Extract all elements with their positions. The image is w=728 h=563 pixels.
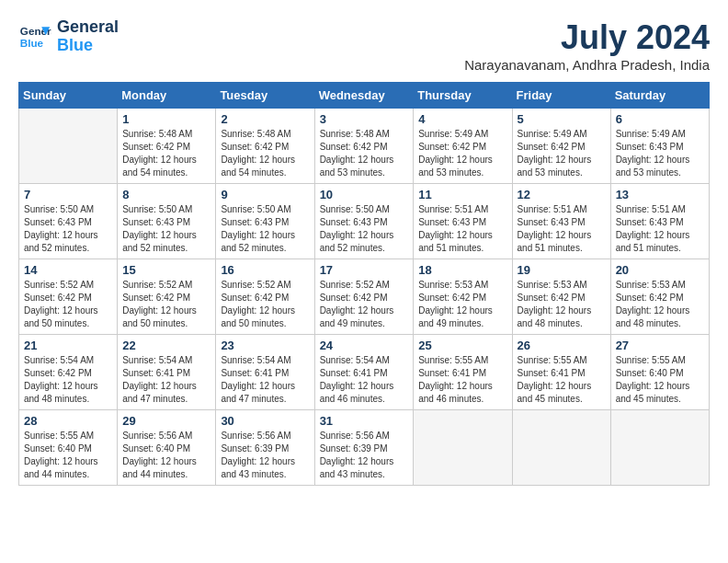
calendar-week-row: 7Sunrise: 5:50 AMSunset: 6:43 PMDaylight… xyxy=(19,184,710,259)
calendar-cell: 20Sunrise: 5:53 AMSunset: 6:42 PMDayligh… xyxy=(610,259,709,335)
day-number: 11 xyxy=(418,188,506,201)
day-info: Sunrise: 5:50 AMSunset: 6:43 PMDaylight:… xyxy=(24,203,112,255)
calendar-cell: 30Sunrise: 5:56 AMSunset: 6:39 PMDayligh… xyxy=(216,410,314,486)
day-info: Sunrise: 5:51 AMSunset: 6:43 PMDaylight:… xyxy=(518,203,606,255)
day-number: 4 xyxy=(418,112,506,126)
day-info: Sunrise: 5:54 AMSunset: 6:41 PMDaylight:… xyxy=(221,354,309,406)
day-number: 17 xyxy=(320,263,409,277)
location: Narayanavanam, Andhra Pradesh, India xyxy=(464,57,710,73)
weekday-header-tuesday: Tuesday xyxy=(216,83,314,109)
day-number: 30 xyxy=(221,414,309,428)
day-info: Sunrise: 5:52 AMSunset: 6:42 PMDaylight:… xyxy=(24,279,112,330)
day-info: Sunrise: 5:55 AMSunset: 6:40 PMDaylight:… xyxy=(24,430,112,481)
calendar-cell: 18Sunrise: 5:53 AMSunset: 6:42 PMDayligh… xyxy=(414,259,512,335)
day-info: Sunrise: 5:52 AMSunset: 6:42 PMDaylight:… xyxy=(221,279,309,330)
calendar-cell: 8Sunrise: 5:50 AMSunset: 6:43 PMDaylight… xyxy=(118,184,216,259)
title-block: July 2024 Narayanavanam, Andhra Pradesh,… xyxy=(464,18,710,73)
day-number: 13 xyxy=(616,188,704,201)
calendar-cell: 14Sunrise: 5:52 AMSunset: 6:42 PMDayligh… xyxy=(19,259,118,335)
day-info: Sunrise: 5:54 AMSunset: 6:41 PMDaylight:… xyxy=(320,354,409,406)
day-number: 7 xyxy=(24,188,112,201)
day-number: 23 xyxy=(221,339,309,352)
day-number: 10 xyxy=(320,188,409,201)
day-number: 31 xyxy=(320,414,409,428)
day-number: 24 xyxy=(320,339,409,352)
weekday-header-thursday: Thursday xyxy=(414,83,512,109)
calendar-cell: 5Sunrise: 5:49 AMSunset: 6:42 PMDaylight… xyxy=(512,109,610,184)
svg-text:Blue: Blue xyxy=(20,37,44,49)
day-number: 28 xyxy=(24,414,112,428)
calendar-cell: 27Sunrise: 5:55 AMSunset: 6:40 PMDayligh… xyxy=(610,335,709,410)
calendar-cell: 21Sunrise: 5:54 AMSunset: 6:42 PMDayligh… xyxy=(19,335,118,410)
day-number: 27 xyxy=(616,339,704,352)
calendar-cell: 10Sunrise: 5:50 AMSunset: 6:43 PMDayligh… xyxy=(314,184,414,259)
day-number: 16 xyxy=(221,263,309,277)
day-info: Sunrise: 5:52 AMSunset: 6:42 PMDaylight:… xyxy=(122,279,210,330)
calendar-week-row: 21Sunrise: 5:54 AMSunset: 6:42 PMDayligh… xyxy=(19,335,710,410)
day-info: Sunrise: 5:48 AMSunset: 6:42 PMDaylight:… xyxy=(320,128,409,179)
day-info: Sunrise: 5:49 AMSunset: 6:42 PMDaylight:… xyxy=(518,128,606,179)
calendar-cell: 4Sunrise: 5:49 AMSunset: 6:42 PMDaylight… xyxy=(414,109,512,184)
day-info: Sunrise: 5:52 AMSunset: 6:42 PMDaylight:… xyxy=(320,279,409,330)
calendar-cell: 2Sunrise: 5:48 AMSunset: 6:42 PMDaylight… xyxy=(216,109,314,184)
calendar-week-row: 1Sunrise: 5:48 AMSunset: 6:42 PMDaylight… xyxy=(19,109,710,184)
calendar-cell: 3Sunrise: 5:48 AMSunset: 6:42 PMDaylight… xyxy=(314,109,414,184)
calendar-header-row: SundayMondayTuesdayWednesdayThursdayFrid… xyxy=(19,83,710,109)
month-year: July 2024 xyxy=(464,18,710,57)
calendar-cell: 1Sunrise: 5:48 AMSunset: 6:42 PMDaylight… xyxy=(118,109,216,184)
weekday-header-sunday: Sunday xyxy=(19,83,118,109)
day-number: 19 xyxy=(518,263,606,277)
day-number: 25 xyxy=(418,339,506,352)
calendar-cell: 24Sunrise: 5:54 AMSunset: 6:41 PMDayligh… xyxy=(314,335,414,410)
day-info: Sunrise: 5:55 AMSunset: 6:41 PMDaylight:… xyxy=(518,354,606,406)
day-info: Sunrise: 5:51 AMSunset: 6:43 PMDaylight:… xyxy=(616,203,704,255)
day-info: Sunrise: 5:51 AMSunset: 6:43 PMDaylight:… xyxy=(418,203,506,255)
calendar-week-row: 28Sunrise: 5:55 AMSunset: 6:40 PMDayligh… xyxy=(19,410,710,486)
calendar-cell: 7Sunrise: 5:50 AMSunset: 6:43 PMDaylight… xyxy=(19,184,118,259)
weekday-header-saturday: Saturday xyxy=(610,83,709,109)
day-number: 6 xyxy=(616,112,704,126)
calendar-cell xyxy=(19,109,118,184)
day-number: 22 xyxy=(122,339,210,352)
day-info: Sunrise: 5:53 AMSunset: 6:42 PMDaylight:… xyxy=(518,279,606,330)
calendar-cell: 29Sunrise: 5:56 AMSunset: 6:40 PMDayligh… xyxy=(118,410,216,486)
calendar-cell: 28Sunrise: 5:55 AMSunset: 6:40 PMDayligh… xyxy=(19,410,118,486)
day-info: Sunrise: 5:50 AMSunset: 6:43 PMDaylight:… xyxy=(122,203,210,255)
weekday-header-monday: Monday xyxy=(118,83,216,109)
day-number: 14 xyxy=(24,263,112,277)
day-number: 3 xyxy=(320,112,409,126)
day-number: 15 xyxy=(122,263,210,277)
calendar-cell: 17Sunrise: 5:52 AMSunset: 6:42 PMDayligh… xyxy=(314,259,414,335)
day-number: 26 xyxy=(518,339,606,352)
logo-text: General Blue xyxy=(57,18,119,55)
page-header: General Blue General Blue July 2024 Nara… xyxy=(18,18,710,73)
calendar-cell: 13Sunrise: 5:51 AMSunset: 6:43 PMDayligh… xyxy=(610,184,709,259)
day-number: 20 xyxy=(616,263,704,277)
day-number: 18 xyxy=(418,263,506,277)
calendar-cell: 31Sunrise: 5:56 AMSunset: 6:39 PMDayligh… xyxy=(314,410,414,486)
calendar-cell xyxy=(414,410,512,486)
day-info: Sunrise: 5:54 AMSunset: 6:42 PMDaylight:… xyxy=(24,354,112,406)
day-info: Sunrise: 5:56 AMSunset: 6:39 PMDaylight:… xyxy=(320,430,409,481)
day-info: Sunrise: 5:54 AMSunset: 6:41 PMDaylight:… xyxy=(122,354,210,406)
day-info: Sunrise: 5:49 AMSunset: 6:43 PMDaylight:… xyxy=(616,128,704,179)
day-number: 9 xyxy=(221,188,309,201)
day-info: Sunrise: 5:55 AMSunset: 6:41 PMDaylight:… xyxy=(418,354,506,406)
day-number: 29 xyxy=(122,414,210,428)
day-number: 1 xyxy=(122,112,210,126)
day-info: Sunrise: 5:53 AMSunset: 6:42 PMDaylight:… xyxy=(418,279,506,330)
calendar-week-row: 14Sunrise: 5:52 AMSunset: 6:42 PMDayligh… xyxy=(19,259,710,335)
calendar-cell xyxy=(610,410,709,486)
calendar-cell: 12Sunrise: 5:51 AMSunset: 6:43 PMDayligh… xyxy=(512,184,610,259)
day-info: Sunrise: 5:53 AMSunset: 6:42 PMDaylight:… xyxy=(616,279,704,330)
day-number: 2 xyxy=(221,112,309,126)
day-info: Sunrise: 5:56 AMSunset: 6:39 PMDaylight:… xyxy=(221,430,309,481)
calendar-cell xyxy=(512,410,610,486)
calendar-cell: 11Sunrise: 5:51 AMSunset: 6:43 PMDayligh… xyxy=(414,184,512,259)
day-info: Sunrise: 5:56 AMSunset: 6:40 PMDaylight:… xyxy=(122,430,210,481)
day-number: 21 xyxy=(24,339,112,352)
calendar-cell: 25Sunrise: 5:55 AMSunset: 6:41 PMDayligh… xyxy=(414,335,512,410)
day-number: 5 xyxy=(518,112,606,126)
weekday-header-friday: Friday xyxy=(512,83,610,109)
day-info: Sunrise: 5:49 AMSunset: 6:42 PMDaylight:… xyxy=(418,128,506,179)
